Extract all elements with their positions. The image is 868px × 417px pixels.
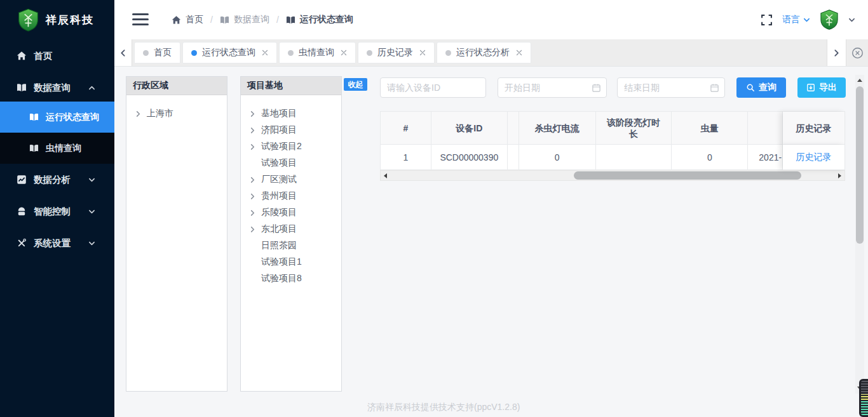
breadcrumb: 首页 / 数据查询 / 运行状态查询 (172, 0, 353, 39)
sidebar-item-run-status-query[interactable]: 运行状态查询 (0, 102, 114, 133)
sidebar-item-data-query[interactable]: 数据查询 (0, 76, 114, 99)
menu-toggle-button[interactable] (132, 13, 149, 25)
end-date-input[interactable] (618, 78, 724, 97)
tab-label: 运行状态分析 (456, 47, 510, 58)
cell-index: 1 (381, 145, 431, 170)
tab[interactable]: 运行状态查询 (182, 42, 277, 63)
export-button[interactable]: 导出 (797, 77, 846, 98)
tab[interactable]: 虫情查询 (279, 42, 356, 63)
device-id-input[interactable] (380, 77, 486, 98)
chevron-right-icon[interactable] (135, 110, 147, 117)
tab-status-dot (367, 50, 372, 56)
table-header-row: # 设备ID 杀虫灯电流 该阶段亮灯时长 虫量 历史记录 (381, 112, 845, 145)
region-tree: 上海市 (126, 95, 227, 122)
sidebar-submenu-data-query: 运行状态查询 虫情查询 (0, 102, 114, 164)
tree-item[interactable]: 试验项目8 (241, 270, 341, 287)
v-scrollbar[interactable] (855, 75, 864, 394)
v-scroll-thumb[interactable] (856, 86, 864, 244)
tree-item-label: 济阳项目 (261, 124, 297, 136)
sidebar-item-label: 首页 (34, 50, 52, 62)
sidebar-item-smart-control[interactable]: 智能控制 (0, 200, 114, 223)
chevron-right-icon[interactable] (249, 209, 261, 216)
calendar-icon[interactable] (592, 83, 601, 93)
tree-item[interactable]: 东北项目 (241, 221, 341, 237)
query-button[interactable]: 查询 (736, 77, 786, 98)
table-row: 1 SCD00000390 0 0 2021- 历史记录 (381, 145, 845, 170)
tabbar: 首页 运行状态查询 虫情查询 历史记录 (114, 39, 868, 67)
data-table: # 设备ID 杀虫灯电流 该阶段亮灯时长 虫量 历史记录 1 SCD000003… (380, 111, 845, 170)
h-scroll-left-arrow[interactable] (384, 173, 387, 178)
v-scroll-up-arrow[interactable] (857, 79, 862, 82)
tab-scroll-right-button[interactable] (827, 39, 846, 66)
cell-time-clipped: 2021- (748, 145, 783, 170)
sidebar-item-home[interactable]: 首页 (0, 44, 114, 67)
chevron-up-icon (88, 84, 95, 91)
tree-item[interactable]: 厂区测试 (241, 171, 341, 188)
tab-close-icon[interactable] (341, 50, 347, 56)
start-date-input[interactable] (498, 78, 606, 97)
tree-item-label: 日照茶园 (261, 240, 297, 251)
chevron-right-icon[interactable] (249, 110, 261, 117)
tree-item[interactable]: 试验项目 (241, 155, 341, 171)
brand[interactable]: 祥辰科技 (0, 0, 114, 39)
breadcrumb-item-home[interactable]: 首页 (172, 14, 203, 25)
chevron-right-icon[interactable] (249, 193, 261, 200)
tree-item[interactable]: 济阳项目 (241, 122, 341, 138)
topbar-actions: 语言 (761, 0, 855, 39)
tree-item[interactable]: 上海市 (126, 105, 227, 122)
tab[interactable]: 历史记录 (358, 42, 435, 63)
calendar-icon[interactable] (710, 83, 719, 93)
tree-item-label: 东北项目 (261, 223, 297, 235)
topbar: 首页 / 数据查询 / 运行状态查询 语言 (114, 0, 868, 39)
h-scroll-thumb[interactable] (574, 171, 801, 180)
avatar[interactable] (820, 10, 839, 30)
tree-item[interactable]: 基地项目 (241, 105, 341, 122)
tree-item[interactable]: 试验项目1 (241, 254, 341, 270)
sidebar-item-insect-query[interactable]: 虫情查询 (0, 133, 114, 164)
header-cell-index: # (381, 112, 431, 145)
sidebar-item-data-analysis[interactable]: 数据分析 (0, 168, 114, 191)
header-cell-light-duration: 该阶段亮灯时长 (596, 112, 672, 145)
language-dropdown[interactable]: 语言 (782, 14, 810, 25)
tab-close-icon[interactable] (419, 50, 426, 56)
tab[interactable]: 首页 (134, 42, 180, 63)
tab-status-dot (288, 50, 294, 56)
home-icon (172, 15, 181, 25)
tree-item[interactable]: 贵州项目 (241, 188, 341, 204)
history-link[interactable]: 历史记录 (796, 152, 832, 163)
fullscreen-icon[interactable] (761, 14, 773, 26)
tree-item[interactable]: 乐陵项目 (241, 204, 341, 221)
h-scrollbar[interactable] (380, 170, 845, 181)
cell-device-id: SCD00000390 (431, 145, 508, 170)
tab[interactable]: 运行状态分析 (437, 42, 531, 63)
sidebar-item-system-settings[interactable]: 系统设置 (0, 232, 114, 255)
breadcrumb-separator: / (276, 15, 279, 25)
chevron-right-icon[interactable] (249, 143, 261, 150)
breadcrumb-item-data-query[interactable]: 数据查询 (220, 14, 269, 25)
tree-item-label: 试验项目8 (261, 273, 302, 284)
tools-icon (17, 238, 27, 248)
tree-item[interactable]: 试验项目2 (241, 138, 341, 155)
tab-close-icon[interactable] (262, 50, 268, 56)
chevron-right-icon[interactable] (249, 127, 261, 134)
project-tree: 基地项目 济阳项目 试验项目2 (241, 95, 341, 287)
close-all-tabs-button[interactable] (846, 39, 868, 66)
cell-light-duration (596, 145, 672, 170)
tab-scroll-left-button[interactable] (114, 39, 132, 66)
tab-status-dot (143, 50, 149, 56)
app-window: 祥辰科技 首页 数据查询 运行状态查询 虫情查询 数据分析 (0, 0, 868, 417)
sidebar-item-label: 系统设置 (34, 237, 71, 249)
chevron-right-icon[interactable] (249, 176, 261, 183)
book-icon (29, 112, 39, 122)
h-scroll-right-arrow[interactable] (838, 173, 841, 178)
sidebar-item-label: 数据分析 (34, 174, 71, 186)
collapse-panels-button[interactable]: 收起 (344, 78, 367, 91)
sidebar: 祥辰科技 首页 数据查询 运行状态查询 虫情查询 数据分析 (0, 0, 114, 417)
chevron-down-icon[interactable] (848, 17, 855, 23)
chevron-right-icon[interactable] (249, 226, 261, 233)
tab-close-icon[interactable] (516, 50, 522, 56)
cell-lamp-current: 0 (519, 145, 596, 170)
tree-item-label: 厂区测试 (261, 174, 297, 185)
tree-item-label: 贵州项目 (261, 190, 297, 202)
tree-item[interactable]: 日照茶园 (241, 237, 341, 254)
